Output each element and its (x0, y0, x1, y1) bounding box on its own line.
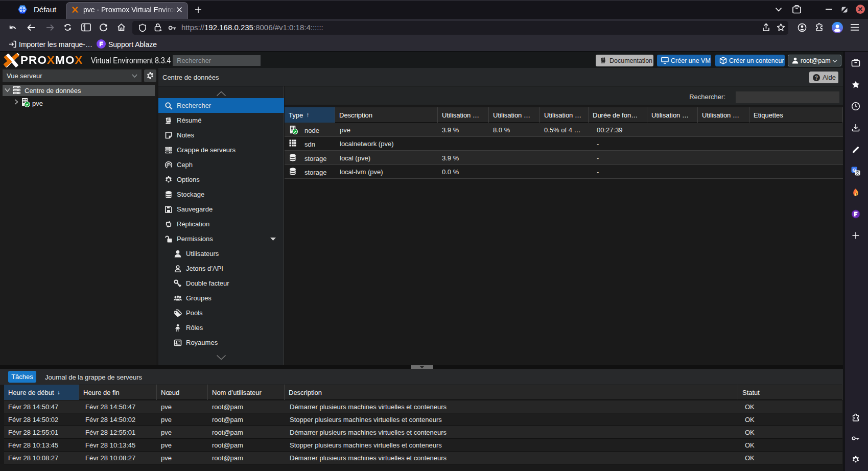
svg-text:?: ? (815, 75, 818, 80)
